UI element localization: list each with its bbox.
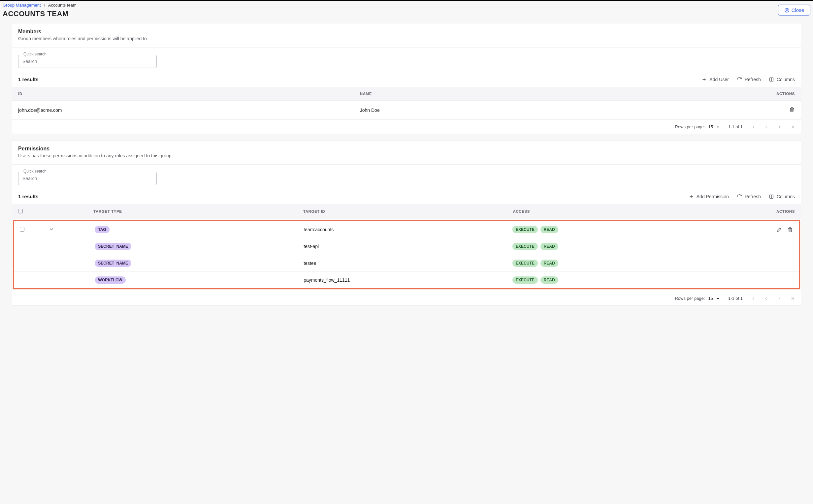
permissions-rpp-select[interactable]: 15	[708, 296, 720, 301]
target-type-badge: SECRET_NAME	[95, 260, 131, 267]
page-last-icon[interactable]	[790, 296, 795, 301]
target-id: testee	[304, 261, 512, 266]
permissions-page-range: 1-1 of 1	[728, 296, 743, 301]
access-badge: READ	[540, 226, 558, 233]
access-badge: READ	[540, 243, 558, 250]
columns-icon	[769, 194, 774, 199]
permissions-pagination: Rows per page: 15 1-1 of 1	[12, 291, 801, 305]
permissions-columns-button[interactable]: Columns	[769, 194, 795, 199]
access-badge: EXECUTE	[512, 243, 538, 250]
plus-icon	[701, 77, 707, 82]
page-prev-icon[interactable]	[764, 125, 768, 129]
members-rpp-value: 15	[708, 124, 713, 129]
permissions-columns-label: Columns	[777, 194, 795, 199]
add-permission-label: Add Permission	[697, 194, 729, 199]
page-prev-icon[interactable]	[764, 296, 768, 301]
members-th-actions: ACTIONS	[702, 92, 795, 96]
permissions-results-count: 1 results	[18, 194, 39, 199]
permission-row: SECRET_NAME testee EXECUTE READ	[14, 255, 799, 272]
close-button-label: Close	[792, 7, 804, 13]
access-badge: READ	[540, 276, 558, 284]
permissions-select-all-checkbox[interactable]	[18, 209, 23, 213]
permissions-highlight-box: TAG team:accounts EXECUTE READ SECRET_NA…	[13, 220, 800, 289]
members-search-label: Quick search	[21, 52, 49, 56]
target-id: payments_flow_11111	[304, 277, 512, 283]
members-pagination: Rows per page: 15 1-1 of 1	[12, 120, 801, 134]
member-name: John Doe	[360, 108, 702, 113]
target-type-badge: TAG	[95, 226, 109, 233]
page-last-icon[interactable]	[790, 125, 795, 129]
page-first-icon[interactable]	[751, 296, 755, 301]
members-columns-label: Columns	[777, 77, 795, 82]
plus-icon	[689, 194, 694, 199]
members-th-name: NAME	[360, 92, 702, 96]
members-refresh-button[interactable]: Refresh	[737, 77, 761, 82]
permissions-th-actions: ACTIONS	[733, 209, 795, 213]
members-rpp-select[interactable]: 15	[708, 124, 720, 129]
permissions-th-target-id: TARGET ID	[303, 209, 513, 213]
permission-row: TAG team:accounts EXECUTE READ	[14, 221, 799, 238]
permissions-subtitle: Users has these permissions in addition …	[18, 153, 795, 158]
target-type-badge: WORKFLOW	[95, 276, 125, 284]
edit-permission-button[interactable]	[776, 227, 782, 233]
target-id: test-api	[304, 244, 512, 249]
page-next-icon[interactable]	[777, 296, 782, 301]
members-subtitle: Group members whom roles and permissions…	[18, 36, 795, 41]
permission-row-checkbox[interactable]	[20, 227, 24, 232]
add-user-button[interactable]: Add User	[701, 77, 729, 82]
expand-row-button[interactable]	[49, 226, 95, 233]
members-table-row: john.doe@acme.com John Doe	[12, 101, 801, 120]
target-id: team:accounts	[304, 227, 512, 232]
access-badge: EXECUTE	[512, 260, 538, 267]
permissions-rpp-value: 15	[708, 296, 713, 301]
refresh-icon	[737, 194, 742, 199]
permissions-card: Permissions Users has these permissions …	[12, 140, 801, 306]
members-th-id: ID	[18, 92, 360, 96]
add-permission-button[interactable]: Add Permission	[689, 194, 729, 199]
members-card: Members Group members whom roles and per…	[12, 23, 801, 134]
breadcrumb: Group Management / Accounts team	[3, 2, 77, 9]
refresh-icon	[737, 77, 742, 82]
page-next-icon[interactable]	[777, 125, 782, 129]
members-search-input[interactable]	[18, 55, 157, 68]
member-id: john.doe@acme.com	[18, 108, 360, 113]
breadcrumb-root-link[interactable]: Group Management	[3, 3, 41, 8]
close-button[interactable]: Close	[778, 5, 810, 16]
columns-icon	[769, 77, 774, 82]
permissions-title: Permissions	[18, 146, 795, 152]
members-title: Members	[18, 29, 795, 35]
permissions-th-target-type: TARGET TYPE	[93, 209, 303, 213]
members-rpp-label: Rows per page:	[675, 124, 705, 129]
access-badge: READ	[540, 260, 558, 267]
members-columns-button[interactable]: Columns	[769, 77, 795, 82]
permissions-search-input[interactable]	[18, 172, 157, 185]
delete-member-button[interactable]	[789, 107, 795, 112]
delete-permission-button[interactable]	[787, 227, 793, 233]
caret-down-icon	[716, 296, 720, 301]
permissions-refresh-button[interactable]: Refresh	[737, 194, 761, 199]
permissions-refresh-label: Refresh	[745, 194, 761, 199]
breadcrumb-current: Accounts team	[48, 3, 77, 8]
page-title: ACCOUNTS TEAM	[3, 10, 77, 18]
permissions-rpp-label: Rows per page:	[675, 296, 705, 301]
caret-down-icon	[716, 125, 720, 129]
permissions-th-access: ACCESS	[513, 209, 732, 213]
close-icon	[784, 8, 790, 13]
add-user-label: Add User	[709, 77, 729, 82]
permission-row: SECRET_NAME test-api EXECUTE READ	[14, 238, 799, 255]
page-first-icon[interactable]	[751, 125, 755, 129]
members-results-count: 1 results	[18, 77, 39, 82]
permission-row: WORKFLOW payments_flow_11111 EXECUTE REA…	[14, 272, 799, 288]
target-type-badge: SECRET_NAME	[95, 243, 131, 250]
access-badge: EXECUTE	[512, 226, 538, 233]
breadcrumb-separator: /	[44, 3, 45, 8]
members-page-range: 1-1 of 1	[728, 124, 743, 129]
members-refresh-label: Refresh	[745, 77, 761, 82]
permissions-search-label: Quick search	[21, 169, 49, 173]
access-badge: EXECUTE	[512, 276, 538, 284]
